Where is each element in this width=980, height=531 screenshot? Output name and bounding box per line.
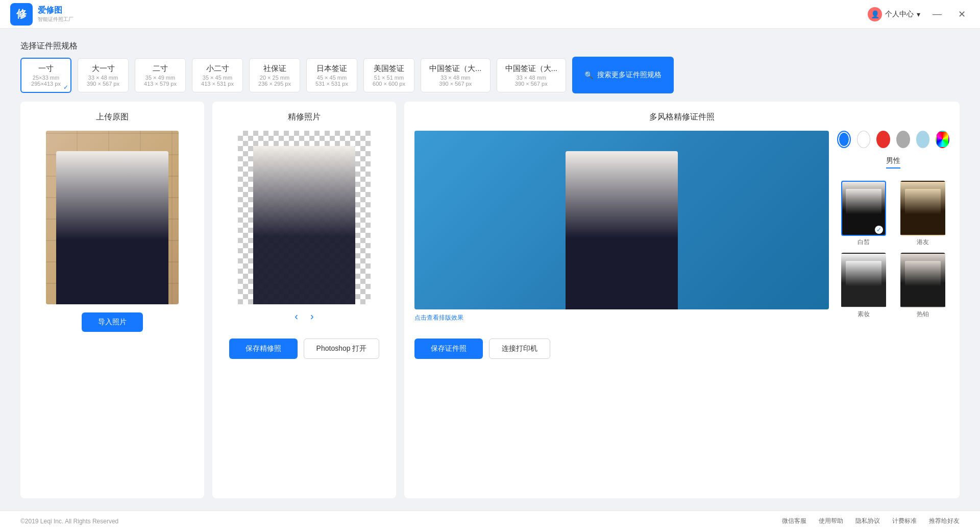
swatch-lightblue[interactable] [916,131,930,148]
format-px-8: 390 × 567 px [505,81,558,87]
format-mm-2: 35 × 49 mm [143,75,177,81]
format-mm-7: 33 × 48 mm [429,75,482,81]
photoshop-button[interactable]: Photoshop 打开 [304,339,380,359]
format-name-3: 小二寸 [201,64,234,74]
upload-panel: 上传原图 导入照片 [20,102,204,498]
format-name-8: 中国签证（大... [505,64,558,74]
swatch-gray[interactable] [896,131,910,148]
style-thumb-素妆[interactable]: 素妆 [837,253,890,319]
person-silhouette [56,151,168,304]
style-person-3 [905,261,941,307]
format-card-0[interactable]: 一寸 25×33 mm 295×413 px [20,58,71,93]
format-card-4[interactable]: 社保证 20 × 25 mm 236 × 295 px [249,58,300,92]
style-person-1 [905,189,941,235]
format-name-1: 大一寸 [86,64,120,74]
close-button[interactable]: ✕ [954,7,970,22]
titlebar-right: 👤 个人中心 ▾ — ✕ [868,7,970,22]
user-center-button[interactable]: 👤 个人中心 ▾ [868,7,920,21]
format-mm-0: 25×33 mm [30,75,62,81]
format-mm-6: 51 × 51 mm [372,75,406,81]
app-subtitle: 智能证件照工厂 [38,16,74,23]
result-buttons: 保存证件照 连接打印机 [414,330,829,359]
style-grid: 白皙 港友 素妆 热铂 [837,181,949,319]
format-card-3[interactable]: 小二寸 35 × 45 mm 413 × 531 px [192,58,243,92]
result-photo-blue [414,131,829,309]
swatch-rainbow[interactable] [936,131,949,148]
format-card-7[interactable]: 中国签证（大... 33 × 48 mm 390 × 567 px [421,58,491,92]
swatch-red[interactable] [876,131,890,148]
printer-button[interactable]: 连接打印机 [489,339,550,359]
next-arrow[interactable]: › [310,310,314,322]
swatch-blue[interactable] [837,131,851,148]
save-retouch-button[interactable]: 保存精修照 [229,339,298,359]
gender-row: 男性 [837,156,949,175]
prev-arrow[interactable]: ‹ [295,310,298,322]
section-title: 选择证件照规格 [20,41,960,52]
format-card-8[interactable]: 中国签证（大... 33 × 48 mm 390 × 567 px [497,58,567,92]
result-panel-title: 多风格精修证件照 [649,112,715,123]
search-more-button[interactable]: 🔍 搜索更多证件照规格 [572,57,674,93]
footer-links: 微信客服使用帮助隐私协议计费标准推荐给好友 [782,517,960,525]
retouch-panel: 精修照片 ‹ › 保存精修照 Photoshop 打开 [212,102,396,498]
format-name-2: 二寸 [143,64,177,74]
app-logo: 修 [10,3,33,26]
retouch-buttons: 保存精修照 Photoshop 打开 [229,330,380,359]
format-card-5[interactable]: 日本签证 45 × 45 mm 531 × 531 px [306,58,357,92]
hint-text[interactable]: 点击查看排版效果 [414,313,829,322]
style-label-港友: 港友 [917,238,929,247]
minimize-button[interactable]: — [928,7,946,21]
style-thumb-港友[interactable]: 港友 [896,181,949,247]
footer-link-0[interactable]: 微信客服 [782,517,806,525]
format-px-6: 600 × 600 px [372,81,406,87]
format-name-5: 日本签证 [315,64,349,74]
footer: ©2019 Leqi Inc. All Rights Reserved 微信客服… [0,511,980,531]
format-px-0: 295×413 px [30,81,62,87]
result-top: 点击查看排版效果 保存证件照 连接打印机 [414,131,949,359]
format-card-2[interactable]: 二寸 35 × 49 mm 413 × 579 px [135,58,186,92]
style-thumb-热铂[interactable]: 热铂 [896,253,949,319]
format-card-6[interactable]: 美国签证 51 × 51 mm 600 × 600 px [363,58,414,92]
style-options: 男性 白皙 港友 素妆 热铂 [837,131,949,359]
format-name-4: 社保证 [258,64,291,74]
save-id-photo-button[interactable]: 保存证件照 [414,339,483,359]
format-px-5: 531 × 531 px [315,81,349,87]
style-label-热铂: 热铂 [917,310,929,319]
result-panel: 多风格精修证件照 点击查看排版效果 保存证件照 连接打印机 [404,102,960,498]
photo-bg [46,131,179,304]
format-px-3: 413 × 531 px [201,81,234,87]
format-px-4: 236 × 295 px [258,81,291,87]
logo-text: 爱修图 智能证件照工厂 [38,5,74,23]
style-person-0 [846,189,881,235]
format-mm-5: 45 × 45 mm [315,75,349,81]
result-person [566,151,678,309]
footer-link-2[interactable]: 隐私协议 [855,517,880,525]
logo-char: 修 [16,7,27,21]
style-img-素妆 [841,253,886,308]
copyright: ©2019 Leqi Inc. All Rights Reserved [20,518,118,525]
upload-panel-title: 上传原图 [96,112,129,123]
style-thumb-白皙[interactable]: 白皙 [837,181,890,247]
style-img-港友 [900,181,945,236]
style-img-热铂 [900,253,945,308]
format-section: 选择证件照规格 一寸 25×33 mm 295×413 px 大一寸 33 × … [20,41,960,93]
color-swatches [837,131,949,148]
import-photo-button[interactable]: 导入照片 [82,312,143,332]
format-name-0: 一寸 [30,64,62,74]
footer-link-4[interactable]: 推荐给好友 [929,517,960,525]
user-avatar: 👤 [868,7,882,21]
format-name-7: 中国签证（大... [429,64,482,74]
user-center-label: 个人中心 [885,10,914,19]
style-img-白皙 [841,181,886,236]
nav-arrows: ‹ › [295,310,313,322]
gender-label[interactable]: 男性 [886,156,900,168]
footer-link-1[interactable]: 使用帮助 [819,517,843,525]
style-label-白皙: 白皙 [857,238,870,247]
app-title: 爱修图 [38,5,74,16]
swatch-white[interactable] [857,131,870,148]
main-content: 选择证件照规格 一寸 25×33 mm 295×413 px 大一寸 33 × … [0,29,980,511]
footer-link-3[interactable]: 计费标准 [892,517,917,525]
panels-row: 上传原图 导入照片 精修照片 ‹ › 保存精修照 Photoshop 打开 [20,102,960,498]
format-card-1[interactable]: 大一寸 33 × 48 mm 390 × 567 px [78,58,129,92]
format-name-6: 美国签证 [372,64,406,74]
format-mm-8: 33 × 48 mm [505,75,558,81]
